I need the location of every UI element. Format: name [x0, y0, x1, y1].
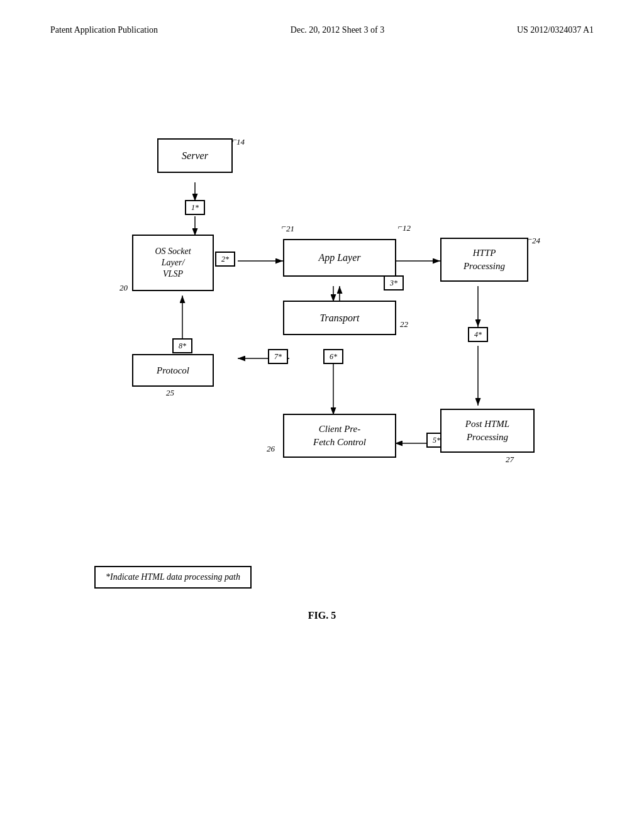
small-box-4: 4* [468, 327, 488, 342]
os-socket-box: OS SocketLayer/VLSP [132, 235, 214, 291]
transport-box: Transport [283, 301, 396, 335]
client-prefetch-box: Client Pre-Fetch Control [283, 414, 396, 458]
post-html-box: Post HTMLProcessing [440, 409, 535, 453]
protocol-ref: 25 [166, 388, 174, 398]
client-prefetch-label: Client Pre-Fetch Control [313, 423, 366, 449]
page-header: Patent Application Publication Dec. 20, … [0, 25, 644, 35]
legend-box: *Indicate HTML data processing path [94, 566, 252, 589]
small-box-2-label: 2* [221, 255, 229, 264]
small-box-5-label: 5* [433, 436, 440, 445]
os-socket-ref: 20 [119, 283, 128, 293]
server-label: Server [182, 150, 208, 162]
app-layer-ref21: 21 [286, 224, 294, 234]
small-box-7-label: 7* [274, 352, 282, 362]
app-layer-ref: 12 [402, 223, 411, 233]
post-html-ref: 27 [506, 455, 514, 465]
server-ref-curve: ⌐ [232, 135, 238, 145]
client-prefetch-ref: 26 [267, 444, 275, 454]
small-box-1: 1* [185, 200, 205, 215]
small-box-7: 7* [268, 349, 288, 364]
transport-label: Transport [319, 313, 359, 324]
protocol-label: Protocol [157, 365, 189, 376]
app-layer-ref-curve: ⌐ [398, 222, 402, 232]
small-box-6: 6* [323, 349, 343, 364]
http-ref: 24 [532, 236, 540, 246]
small-box-3-label: 3* [390, 279, 397, 288]
app-layer-ref21-curve: ⌐ [282, 222, 286, 232]
small-box-8-label: 8* [179, 341, 186, 351]
http-box: HTTPProcessing [440, 238, 528, 282]
transport-ref: 22 [400, 319, 408, 329]
header-right: US 2012/0324037 A1 [517, 25, 594, 35]
header-center: Dec. 20, 2012 Sheet 3 of 3 [291, 25, 384, 35]
app-layer-box: App Layer [283, 239, 396, 277]
protocol-box: Protocol [132, 354, 214, 387]
os-socket-label: OS SocketLayer/VLSP [155, 246, 191, 280]
server-box: Server [157, 138, 233, 173]
app-layer-label: App Layer [318, 252, 360, 263]
small-box-2: 2* [215, 252, 235, 267]
figure-caption: FIG. 5 [0, 610, 644, 621]
http-ref-curve: ⌐ [528, 235, 532, 245]
fig-caption-text: FIG. 5 [308, 610, 336, 621]
small-box-1-label: 1* [191, 203, 199, 213]
small-box-4-label: 4* [474, 330, 482, 340]
diagram: Server 14 ⌐ 1* OS SocketLayer/VLSP 20 2*… [50, 101, 591, 541]
small-box-3: 3* [384, 275, 404, 290]
small-box-6-label: 6* [330, 352, 337, 362]
legend-text: *Indicate HTML data processing path [106, 572, 240, 582]
header-left: Patent Application Publication [50, 25, 158, 35]
post-html-label: Post HTMLProcessing [465, 418, 509, 444]
http-label: HTTPProcessing [464, 246, 505, 273]
small-box-8: 8* [172, 338, 192, 353]
server-ref: 14 [236, 137, 245, 147]
